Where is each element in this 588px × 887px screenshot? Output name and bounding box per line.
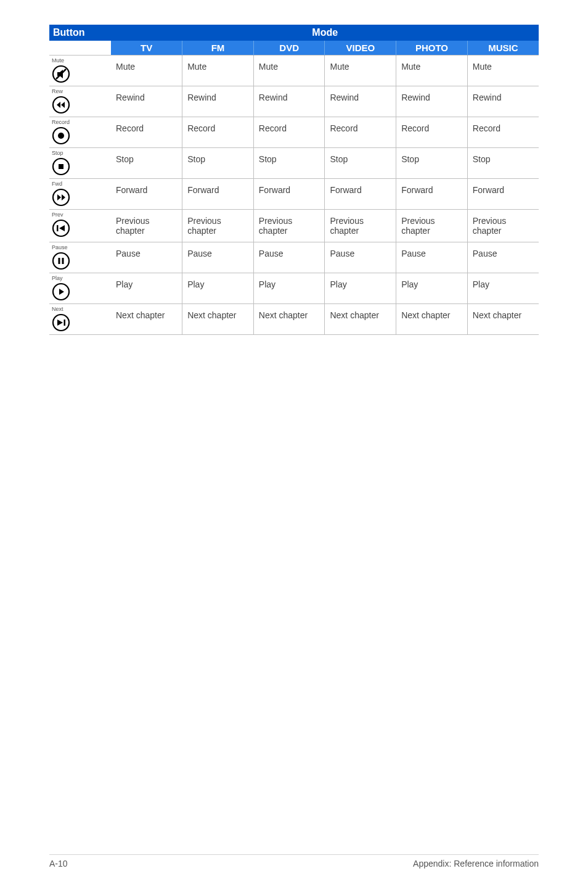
svg-rect-12 <box>62 258 64 264</box>
button-label: Fwd <box>52 181 108 187</box>
cell: Rewind <box>396 86 468 117</box>
button-cell-stop: Stop <box>49 148 111 179</box>
previous-icon <box>52 219 70 237</box>
cell: Stop <box>325 148 396 179</box>
cell: Pause <box>111 242 182 273</box>
next-icon <box>52 313 70 332</box>
svg-rect-9 <box>57 225 59 231</box>
table-row: Fwd Forward Forward Forward Forward Forw… <box>49 179 539 210</box>
subheader-empty-cell <box>49 41 111 56</box>
button-cell-prev: Prev <box>49 210 111 242</box>
button-mode-table: Button Mode TV FM DVD VIDEO PHOTO MUSIC … <box>49 25 539 335</box>
button-cell-record: Record <box>49 117 111 148</box>
table-row: Mute Mute Mute Mute Mute Mute Mute <box>49 56 539 86</box>
cell: Stop <box>253 148 325 179</box>
cell: Mute <box>182 56 254 86</box>
button-label: Mute <box>52 58 108 64</box>
cell: Mute <box>396 56 468 86</box>
page-number: A-10 <box>49 859 68 868</box>
cell: Pause <box>396 242 468 273</box>
cell: Play <box>253 273 325 304</box>
cell: Record <box>396 117 468 148</box>
cell: Previous chapter <box>182 210 254 242</box>
cell: Pause <box>182 242 254 273</box>
svg-rect-11 <box>59 258 60 264</box>
cell: Previous chapter <box>396 210 468 242</box>
cell: Previous chapter <box>111 210 182 242</box>
cell: Record <box>253 117 325 148</box>
table-subheader-row: TV FM DVD VIDEO PHOTO MUSIC <box>49 41 539 56</box>
cell: Forward <box>467 179 539 210</box>
table-row: Rew Rewind Rewind Rewind Rewind Rewind R… <box>49 86 539 117</box>
button-label: Record <box>52 120 108 125</box>
cell: Next chapter <box>253 304 325 335</box>
button-cell-next: Next <box>49 304 111 335</box>
button-cell-fwd: Fwd <box>49 179 111 210</box>
cell: Stop <box>111 148 182 179</box>
cell: Previous chapter <box>253 210 325 242</box>
cell: Stop <box>396 148 468 179</box>
table-row: Pause Pause Pause Pause Pause Pause Paus… <box>49 242 539 273</box>
mute-icon <box>52 65 70 83</box>
cell: Rewind <box>467 86 539 117</box>
mode-column-header: Mode <box>111 25 539 41</box>
button-cell-pause: Pause <box>49 242 111 273</box>
button-label: Rew <box>52 89 108 94</box>
cell: Play <box>111 273 182 304</box>
cell: Mute <box>325 56 396 86</box>
cell: Mute <box>253 56 325 86</box>
table-row: Next Next chapter Next chapter Next chap… <box>49 304 539 335</box>
cell: Forward <box>182 179 254 210</box>
cell: Play <box>396 273 468 304</box>
rewind-icon <box>52 96 70 114</box>
cell: Previous chapter <box>467 210 539 242</box>
mode-dvd-header: DVD <box>253 41 325 56</box>
section-title: Appendix: Reference information <box>413 859 539 868</box>
table-header-row: Button Mode <box>49 25 539 41</box>
cell: Rewind <box>325 86 396 117</box>
button-label: Pause <box>52 245 108 250</box>
button-label: Next <box>52 307 108 312</box>
cell: Mute <box>111 56 182 86</box>
button-cell-mute: Mute <box>49 56 111 86</box>
cell: Record <box>467 117 539 148</box>
record-icon <box>52 126 70 145</box>
cell: Record <box>111 117 182 148</box>
table-row: Play Play Play Play Play Play Play <box>49 273 539 304</box>
cell: Play <box>182 273 254 304</box>
svg-rect-15 <box>64 320 66 326</box>
button-cell-rew: Rew <box>49 86 111 117</box>
forward-icon <box>52 188 70 207</box>
cell: Previous chapter <box>325 210 396 242</box>
cell: Forward <box>396 179 468 210</box>
page-footer: A-10 Appendix: Reference information <box>49 854 539 868</box>
cell: Rewind <box>111 86 182 117</box>
stop-icon <box>52 157 70 176</box>
cell: Next chapter <box>111 304 182 335</box>
cell: Forward <box>253 179 325 210</box>
svg-point-10 <box>53 253 69 269</box>
cell: Record <box>182 117 254 148</box>
button-label: Stop <box>52 151 108 156</box>
mode-tv-header: TV <box>111 41 182 56</box>
mode-fm-header: FM <box>182 41 254 56</box>
svg-rect-6 <box>59 164 63 169</box>
button-label: Prev <box>52 212 108 218</box>
cell: Forward <box>325 179 396 210</box>
pause-icon <box>52 252 70 270</box>
mode-music-header: MUSIC <box>467 41 539 56</box>
cell: Pause <box>325 242 396 273</box>
cell: Pause <box>253 242 325 273</box>
mode-video-header: VIDEO <box>325 41 396 56</box>
table-row: Record Record Record Record Record Recor… <box>49 117 539 148</box>
cell: Pause <box>467 242 539 273</box>
cell: Stop <box>467 148 539 179</box>
cell: Next chapter <box>396 304 468 335</box>
mode-photo-header: PHOTO <box>396 41 468 56</box>
button-cell-play: Play <box>49 273 111 304</box>
cell: Rewind <box>253 86 325 117</box>
table-row: Prev Previous chapter Previous chapter P… <box>49 210 539 242</box>
cell: Stop <box>182 148 254 179</box>
button-label: Play <box>52 276 108 281</box>
play-icon <box>52 283 70 301</box>
